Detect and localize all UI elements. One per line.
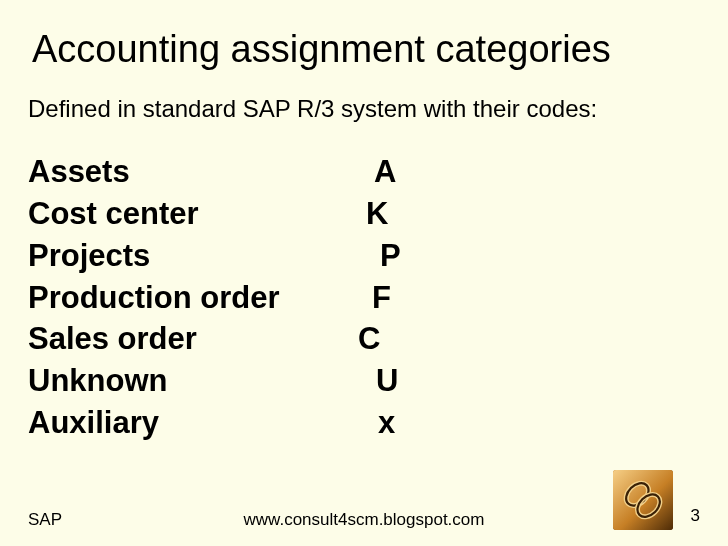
list-item: Assets A: [28, 151, 700, 193]
category-label: Production order: [28, 277, 358, 319]
category-label: Unknown: [28, 360, 358, 402]
list-item: Cost center K: [28, 193, 700, 235]
footer-left: SAP: [28, 510, 244, 530]
category-code: P: [380, 235, 401, 277]
category-label: Cost center: [28, 193, 358, 235]
slide-subtitle: Defined in standard SAP R/3 system with …: [28, 95, 700, 123]
list-item: Unknown U: [28, 360, 700, 402]
slide-footer: SAP www.consult4scm.blogspot.com: [0, 470, 728, 530]
category-code: K: [366, 193, 388, 235]
chain-link-icon: [613, 470, 673, 530]
category-code: x: [378, 402, 395, 444]
category-code: F: [372, 277, 391, 319]
category-label: Auxiliary: [28, 402, 358, 444]
category-label: Assets: [28, 151, 358, 193]
list-item: Auxiliary x: [28, 402, 700, 444]
category-code: C: [358, 318, 380, 360]
category-label: Sales order: [28, 318, 358, 360]
slide: Accounting assignment categories Defined…: [0, 0, 728, 546]
category-list: Assets A Cost center K Projects P Produc…: [28, 151, 700, 444]
list-item: Sales order C: [28, 318, 700, 360]
category-code: U: [376, 360, 398, 402]
list-item: Projects P: [28, 235, 700, 277]
slide-title: Accounting assignment categories: [32, 28, 700, 71]
page-number: 3: [691, 506, 700, 530]
category-code: A: [374, 151, 396, 193]
category-label: Projects: [28, 235, 358, 277]
footer-url: www.consult4scm.blogspot.com: [244, 510, 485, 530]
list-item: Production order F: [28, 277, 700, 319]
